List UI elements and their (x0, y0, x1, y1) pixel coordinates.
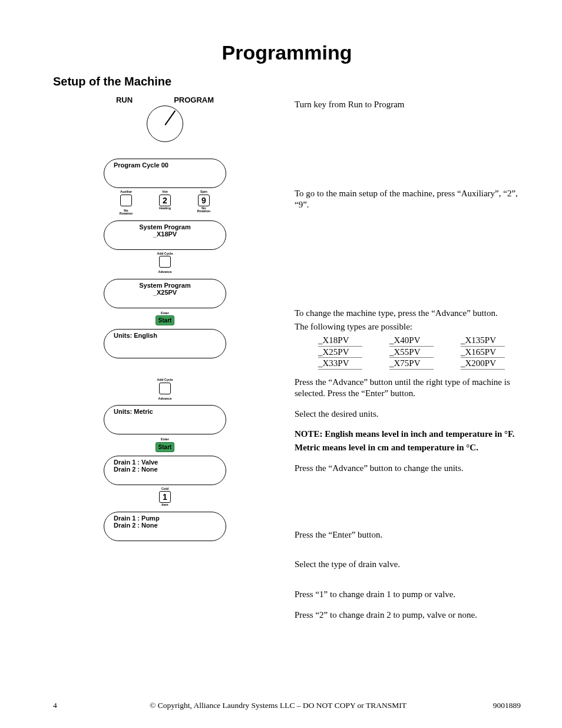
nine-button[interactable]: Spin 9 No Rotation (196, 190, 212, 216)
key-switch-icon (147, 106, 183, 142)
display-drain-pump: Drain 1 : Pump Drain 2 : None (104, 512, 226, 541)
machine-types-list: _X18PV _X25PV _X33PV _X40PV _X55PV _X75P… (318, 335, 521, 370)
instr-turn-key: Turn key from Run to Program (295, 99, 521, 110)
page-footer: 4 © Copyright, Alliance Laundry Systems … (53, 701, 521, 710)
page-number: 4 (53, 701, 82, 710)
note-english: NOTE: English means level in inch and te… (295, 429, 521, 440)
instr-select-drain: Select the type of drain valve. (295, 559, 521, 570)
page-title: Programming (53, 41, 521, 64)
instr-select-units: Select the desired units. (295, 409, 521, 420)
advance-button[interactable]: Add Cycle Advance (157, 252, 173, 274)
right-column: Turn key from Run to Program To go to th… (295, 93, 521, 623)
display-units-english: Units: English (104, 329, 226, 358)
display-system-x18: System Program _X18PV (104, 220, 226, 250)
auxiliary-button[interactable]: Auxiliar No Rotation (118, 190, 134, 216)
left-column: RUN PROGRAM Program Cycle 00 Auxiliar No… (53, 93, 277, 623)
display-program-cycle: Program Cycle 00 (104, 159, 226, 188)
instr-press-1: Press “1” to change drain 1 to pump or v… (295, 589, 521, 600)
advance-button-2[interactable]: Add Cycle Advance (157, 378, 173, 400)
instr-advance-units: Press the “Advance” button to change the… (295, 463, 521, 474)
start-button-2[interactable]: Enter Start (155, 438, 175, 452)
doc-number: 9001889 (474, 701, 521, 710)
note-metric: Metric means level in cm and temperature… (295, 442, 521, 453)
run-label: RUN (116, 95, 133, 104)
instr-types-possible: The following types are possible: (295, 321, 521, 332)
two-button[interactable]: Hot 2 Heating (157, 190, 173, 216)
start-button[interactable]: Enter Start (155, 312, 175, 326)
display-units-metric: Units: Metric (104, 405, 226, 434)
display-system-x25: System Program _X25PV (104, 279, 226, 308)
instr-main-setup: To go to the main setup of the machine, … (295, 188, 521, 210)
one-button[interactable]: Cold 1 Item (157, 487, 173, 507)
instr-press-advance: Press the “Advance” button until the rig… (295, 377, 521, 399)
instr-press-enter: Press the “Enter” button. (295, 529, 521, 541)
instr-change-type: To change the machine type, press the “A… (295, 308, 521, 319)
copyright-text: © Copyright, Alliance Laundry Systems LL… (82, 701, 474, 710)
section-heading: Setup of the Machine (53, 75, 521, 88)
instr-press-2: Press “2” to change drain 2 to pump, val… (295, 610, 521, 621)
program-label: PROGRAM (174, 95, 214, 104)
display-drain-valve: Drain 1 : Valve Drain 2 : None (104, 456, 226, 485)
